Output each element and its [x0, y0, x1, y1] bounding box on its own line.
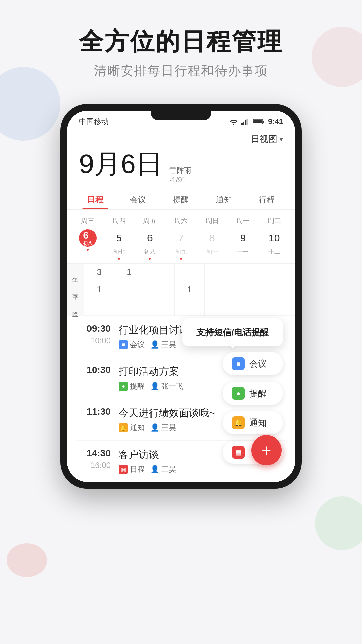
date-month: 9月	[79, 149, 121, 179]
svg-rect-7	[263, 121, 264, 123]
event-col-0: 3 1	[84, 264, 114, 316]
wifi-icon	[229, 118, 238, 125]
weekday-tue: 周二	[258, 215, 290, 227]
event-type-label-0: 会议	[130, 340, 145, 350]
lunar-mon: 十一	[237, 248, 249, 256]
tab-meeting[interactable]: 会议	[117, 190, 160, 209]
lunar-thu: 初七	[113, 248, 125, 256]
event-type-label-3: 日程	[130, 464, 145, 474]
weekday-sat: 周六	[166, 215, 197, 227]
dot-tue	[273, 258, 275, 260]
tooltip-popup: 支持短信/电话提醒	[182, 318, 283, 346]
event-cell-0-2	[84, 298, 114, 316]
person-icon-1: 👤	[150, 382, 159, 391]
time-evening: 晚上	[67, 298, 84, 316]
view-toggle-label: 日视图	[251, 133, 277, 145]
event-cell-1-1	[114, 281, 144, 298]
event-col-3: 1	[174, 264, 204, 316]
date-num-sun: 8	[203, 229, 221, 247]
event-count-grid: 上午 下午 晚上 3 1 1	[67, 263, 295, 316]
date-num-sat: 7	[172, 229, 190, 247]
event-col-4	[204, 264, 235, 316]
date-num-thu: 5	[110, 229, 128, 247]
dot-mon	[242, 258, 244, 260]
event-person-2: 👤 王昊	[150, 423, 176, 433]
event-cell-6-0	[265, 264, 295, 281]
action-notify-label: 通知	[249, 417, 267, 429]
date-cell-sun[interactable]: 8 初十	[196, 229, 228, 260]
reminder-badge-icon: ●	[119, 382, 128, 391]
svg-point-0	[233, 124, 234, 125]
event-cell-5-0	[235, 264, 265, 281]
phone-notch	[151, 111, 211, 120]
date-num-tue: 10	[265, 229, 283, 247]
person-name-2: 王昊	[161, 423, 176, 433]
date-cell-wed[interactable]: 6 初八	[72, 229, 104, 260]
event-type-1: ● 提醒	[119, 381, 145, 391]
top-bar: 日视图 ▾	[67, 130, 295, 147]
date-cell-sat[interactable]: 7 初九	[166, 229, 197, 260]
event-type-2: 🔔 通知	[119, 423, 145, 433]
battery-icon	[253, 119, 265, 125]
status-icons: 9:41	[229, 117, 283, 126]
event-cell-4-2	[205, 298, 235, 316]
action-btn-notify[interactable]: 🔔 通知	[223, 411, 283, 434]
tab-notify[interactable]: 通知	[202, 190, 245, 209]
dot-fri	[149, 258, 151, 260]
event-meta-3: ▦ 日程 👤 王昊	[119, 464, 285, 474]
action-reminder-label: 提醒	[249, 388, 267, 399]
event-col-1: 1	[114, 264, 144, 316]
event-person-1: 👤 张一飞	[150, 381, 183, 391]
date-cell-fri[interactable]: 6 初八	[134, 229, 166, 260]
schedule-badge-icon: ▦	[119, 465, 128, 474]
action-btn-reminder[interactable]: ● 提醒	[223, 382, 283, 405]
tab-trip[interactable]: 行程	[245, 190, 288, 209]
time-block-2: 11:30	[77, 406, 111, 417]
date-cell-mon[interactable]: 9 十一	[228, 229, 259, 260]
person-icon-2: 👤	[150, 423, 159, 432]
dot-thu	[118, 258, 120, 260]
action-meeting-icon: ■	[232, 357, 245, 370]
signal-icon	[241, 118, 249, 125]
hero-subtitle: 清晰安排每日行程和待办事项	[0, 62, 362, 79]
carrier-label: 中国移动	[79, 117, 109, 127]
bg-decoration-green	[315, 496, 362, 550]
time-start-2: 11:30	[77, 406, 111, 417]
tab-schedule[interactable]: 日程	[74, 190, 117, 209]
status-time: 9:41	[268, 117, 283, 126]
action-reminder-icon: ●	[232, 387, 245, 400]
bg-decoration-red	[7, 543, 47, 577]
event-cell-4-1	[205, 281, 235, 298]
event-cell-0-1: 1	[84, 281, 114, 298]
notify-badge-icon: 🔔	[119, 423, 128, 432]
event-col-6	[265, 264, 295, 316]
tab-navigation: 日程 会议 提醒 通知 行程	[67, 190, 295, 210]
event-type-label-2: 通知	[130, 423, 145, 433]
weekday-thu: 周四	[104, 215, 135, 227]
fab-add-button[interactable]: +	[251, 435, 282, 465]
hero-title: 全方位的日程管理	[0, 27, 362, 56]
lunar-tue: 十二	[268, 248, 280, 256]
event-cell-6-1	[265, 281, 295, 298]
date-cell-tue[interactable]: 10 十二	[258, 229, 290, 260]
hero-section: 全方位的日程管理 清晰安排每日行程和待办事项	[0, 0, 362, 90]
action-btn-meeting[interactable]: ■ 会议	[223, 352, 283, 375]
tab-reminder[interactable]: 提醒	[160, 190, 202, 209]
event-col-5	[235, 264, 265, 316]
lunar-fri: 初八	[144, 248, 156, 256]
time-start-3: 14:30	[77, 448, 111, 459]
view-toggle[interactable]: 日视图 ▾	[251, 133, 283, 145]
tooltip-text: 支持短信/电话提醒	[192, 327, 273, 338]
date-cell-thu[interactable]: 5 初七	[104, 229, 135, 260]
date-num-fri: 6	[141, 229, 159, 247]
dot-sat	[180, 258, 182, 260]
event-cell-3-2	[175, 298, 204, 316]
event-type-0: ■ 会议	[119, 340, 145, 350]
phone-mockup: 中国移动	[60, 104, 302, 489]
action-schedule-icon: ▦	[232, 446, 245, 459]
event-cell-5-1	[235, 281, 265, 298]
event-person-3: 👤 王昊	[150, 464, 176, 474]
person-icon-0: 👤	[150, 340, 159, 349]
event-cell-3-0	[175, 264, 204, 281]
time-labels: 上午 下午 晚上	[67, 264, 84, 316]
